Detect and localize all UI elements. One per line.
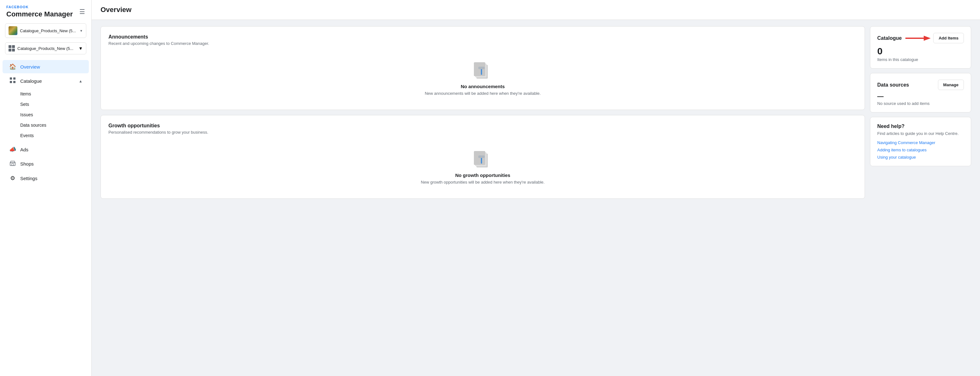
sidebar-issues-label: Issues: [20, 112, 33, 117]
account-dropdown-chevron: ▼: [80, 29, 83, 33]
sidebar-item-issues[interactable]: Issues: [3, 109, 89, 120]
settings-icon: ⚙: [9, 175, 16, 182]
page-title: Overview: [100, 6, 971, 14]
help-links: Navigating Commerce Manager Adding items…: [877, 140, 964, 160]
sidebar-item-ads[interactable]: 📣 Ads: [3, 143, 89, 156]
catalogue-dropdown-chevron: ▼: [78, 46, 83, 51]
sidebar: FACEBOOK Commerce Manager ☰ Catalogue_Pr…: [0, 0, 92, 376]
catalogue-dropdown-text: Catalogue_Products_New (5...: [18, 46, 78, 51]
catalogue-status-header: Catalogue Add Items: [877, 33, 964, 43]
help-link-using[interactable]: Using your catalogue: [877, 155, 964, 160]
add-items-button[interactable]: Add Items: [933, 33, 964, 43]
add-items-arrow-container: Add Items: [905, 33, 964, 43]
sidebar-events-label: Events: [20, 133, 34, 138]
sidebar-item-catalogue[interactable]: Catalogue ▲: [3, 74, 89, 88]
help-link-navigating[interactable]: Navigating Commerce Manager: [877, 140, 964, 145]
home-icon: 🏠: [9, 63, 16, 70]
data-source-dash: —: [877, 93, 964, 100]
manage-button[interactable]: Manage: [938, 79, 964, 90]
catalogue-grid-nav-icon: [9, 77, 16, 85]
growth-empty-title: No growth opportunities: [455, 173, 510, 178]
svg-rect-4: [10, 163, 15, 165]
need-help-title: Need help?: [877, 124, 964, 129]
catalogue-chevron-icon: ▲: [79, 79, 83, 83]
catalogue-status-title: Catalogue: [877, 35, 902, 41]
red-arrow-icon: [905, 35, 931, 42]
sidebar-item-shops[interactable]: Shops: [3, 157, 89, 171]
need-help-description: Find articles to guide you in our Help C…: [877, 131, 964, 136]
catalogue-dropdown[interactable]: Catalogue_Products_New (5... ▼: [5, 42, 86, 54]
sidebar-item-events[interactable]: Events: [3, 130, 89, 141]
sidebar-item-sets[interactable]: Sets: [3, 99, 89, 109]
announcements-title: Announcements: [108, 34, 857, 40]
sidebar-item-data-sources[interactable]: Data sources: [3, 120, 89, 130]
svg-rect-15: [478, 155, 485, 158]
svg-rect-10: [478, 67, 485, 69]
catalogue-grid-icon: [8, 45, 15, 51]
growth-empty-icon: [470, 147, 495, 173]
announcements-empty-state: No announcements New announcements will …: [108, 52, 857, 102]
nav-items: 🏠 Overview Catalogue ▲ Items Sets Issues…: [0, 57, 91, 188]
svg-rect-1: [13, 78, 16, 79]
growth-empty-subtitle: New growth opportunities will be added h…: [421, 180, 544, 184]
data-sources-title: Data sources: [877, 82, 909, 88]
data-sources-card: Data sources Manage — No source used to …: [870, 73, 971, 113]
svg-rect-0: [10, 78, 12, 79]
growth-empty-state: No growth opportunities New growth oppor…: [108, 141, 857, 191]
catalogue-description: Items in this catalogue: [877, 57, 964, 62]
main-content-area: Overview Announcements Recent and upcomi…: [92, 0, 980, 376]
sidebar-item-overview-label: Overview: [20, 64, 40, 70]
announcements-empty-icon: [470, 59, 495, 84]
svg-rect-3: [13, 81, 16, 83]
main-left-panel: Announcements Recent and upcoming change…: [100, 26, 865, 199]
sidebar-item-settings-label: Settings: [20, 176, 37, 181]
catalogue-count: 0: [877, 46, 964, 57]
sidebar-item-ads-label: Ads: [20, 147, 29, 152]
announcements-empty-title: No announcements: [461, 84, 504, 89]
main-header: Overview: [92, 0, 980, 20]
main-content: Announcements Recent and upcoming change…: [92, 20, 980, 205]
shops-icon: [9, 160, 16, 168]
sidebar-sets-label: Sets: [20, 102, 29, 107]
catalogue-status-card: Catalogue Add Items 0 Items in this cata…: [870, 26, 971, 68]
sidebar-item-settings[interactable]: ⚙ Settings: [3, 171, 89, 185]
growth-card: Growth opportunities Personalised recomm…: [100, 115, 865, 199]
sidebar-items-label: Items: [20, 91, 31, 96]
data-sources-header: Data sources Manage: [877, 79, 964, 90]
help-link-adding[interactable]: Adding items to catalogues: [877, 148, 964, 152]
data-source-description: No source used to add items: [877, 101, 964, 106]
hamburger-menu[interactable]: ☰: [80, 8, 85, 16]
main-right-panel: Catalogue Add Items 0 Items in this cata…: [870, 26, 971, 166]
facebook-logo: FACEBOOK: [6, 5, 73, 9]
sidebar-data-sources-label: Data sources: [20, 122, 46, 128]
sidebar-item-catalogue-label: Catalogue: [20, 78, 42, 84]
announcements-card: Announcements Recent and upcoming change…: [100, 26, 865, 110]
account-dropdown-text: Catalogue_Products_New (5...: [20, 29, 78, 33]
svg-marker-17: [924, 36, 931, 41]
account-dropdown[interactable]: Catalogue_Products_New (5... ▼: [5, 24, 86, 38]
need-help-card: Need help? Find articles to guide you in…: [870, 117, 971, 166]
growth-title: Growth opportunities: [108, 123, 857, 129]
growth-subtitle: Personalised recommendations to grow you…: [108, 130, 857, 135]
sidebar-item-shops-label: Shops: [20, 161, 34, 167]
svg-rect-5: [12, 164, 14, 165]
ads-icon: 📣: [9, 146, 16, 153]
app-title: Commerce Manager: [6, 10, 73, 18]
catalogue-subitems: Items Sets Issues Data sources Events: [0, 89, 91, 142]
announcements-subtitle: Recent and upcoming changes to Commerce …: [108, 41, 857, 46]
sidebar-item-items[interactable]: Items: [3, 89, 89, 99]
account-thumbnail: [8, 26, 18, 35]
announcements-empty-subtitle: New announcements will be added here whe…: [425, 91, 541, 96]
svg-rect-2: [10, 81, 12, 83]
sidebar-item-overview[interactable]: 🏠 Overview: [3, 60, 89, 73]
